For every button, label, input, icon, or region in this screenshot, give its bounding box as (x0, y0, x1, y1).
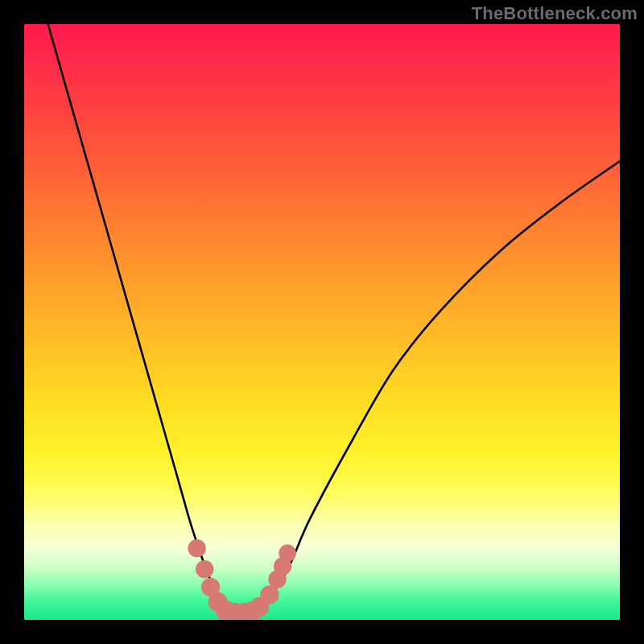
marker-layer (188, 539, 296, 620)
curve-marker (188, 539, 205, 557)
curve-marker (279, 544, 296, 562)
bottleneck-curve (48, 24, 620, 613)
curve-marker (196, 560, 213, 578)
curve-layer (48, 24, 620, 613)
watermark-text: TheBottleneck.com (472, 3, 638, 24)
chart-svg (24, 24, 620, 620)
plot-area (24, 24, 620, 620)
outer-frame: TheBottleneck.com (0, 0, 644, 644)
